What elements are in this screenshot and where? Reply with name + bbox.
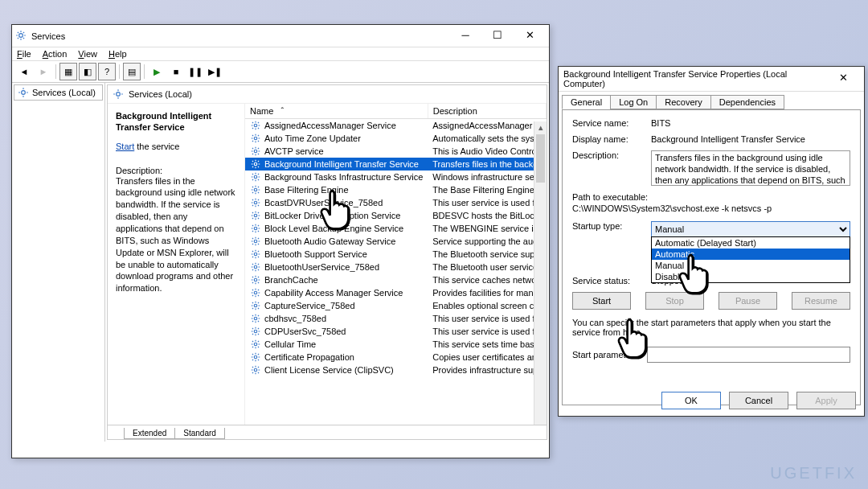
dialog-title: Background Intelligent Transfer Service …	[563, 69, 828, 88]
minimize-button[interactable]: ─	[449, 28, 481, 44]
svg-point-14	[254, 265, 257, 269]
tab-dependencies[interactable]: Dependencies	[710, 95, 784, 109]
svg-point-5	[254, 150, 257, 153]
ok-button[interactable]: OK	[661, 392, 721, 409]
properties-dialog: Background Intelligent Transfer Service …	[558, 66, 865, 417]
menu-view[interactable]: View	[78, 49, 97, 59]
toolbar-btn-3[interactable]: ?	[98, 63, 116, 80]
col-description[interactable]: Description	[428, 104, 546, 119]
start-link[interactable]: Start	[116, 142, 134, 151]
toolbar-btn-1[interactable]: ▦	[59, 63, 77, 80]
pause-button[interactable]: Pause	[719, 292, 777, 310]
toolbar-btn-4[interactable]: ▤	[123, 63, 141, 80]
startup-type-select[interactable]: Manual	[651, 221, 850, 237]
dialog-tabs: General Log On Recovery Dependencies	[559, 92, 864, 109]
stop-icon[interactable]: ■	[167, 63, 185, 80]
start-params-input[interactable]	[647, 347, 850, 363]
pause-icon[interactable]: ❚❚	[186, 63, 204, 80]
table-row[interactable]: Background Intelligent Transfer ServiceT…	[245, 158, 547, 171]
table-row[interactable]: Bluetooth Audio Gateway ServiceService s…	[245, 235, 547, 248]
description-text: Transfers files in the background using …	[116, 175, 236, 294]
svg-point-1	[22, 91, 26, 95]
svg-point-11	[254, 227, 257, 230]
dropdown-option[interactable]: Automatic	[652, 249, 850, 260]
titlebar[interactable]: Services ─ ☐ ✕	[12, 25, 549, 47]
sort-icon: ˆ	[281, 106, 285, 116]
table-row[interactable]: Bluetooth Support ServiceThe Bluetooth s…	[245, 248, 547, 261]
svg-point-3	[254, 124, 257, 127]
stop-button[interactable]: Stop	[645, 292, 704, 310]
table-row[interactable]: Base Filtering EngineThe Base Filtering …	[245, 183, 547, 196]
svg-point-21	[254, 355, 257, 359]
services-window: Services ─ ☐ ✕ File Action View Help ◄ ►…	[11, 24, 550, 458]
svg-point-10	[254, 214, 257, 217]
menu-help[interactable]: Help	[108, 49, 127, 59]
scroll-up-icon[interactable]: ▴	[534, 121, 547, 134]
table-row[interactable]: AssignedAccessManager ServiceAssignedAcc…	[245, 119, 547, 133]
play-icon[interactable]: ▶	[148, 63, 166, 80]
start-button[interactable]: Start	[572, 292, 631, 310]
resume-button[interactable]: Resume	[792, 292, 850, 310]
dropdown-option[interactable]: Disabled	[652, 271, 850, 282]
label-startup-type: Startup type:	[572, 221, 651, 237]
apply-button[interactable]: Apply	[796, 392, 856, 409]
table-row[interactable]: CDPUserSvc_758edThis user service is use…	[245, 325, 547, 338]
table-row[interactable]: Block Level Backup Engine ServiceThe WBE…	[245, 222, 547, 235]
table-row[interactable]: BluetoothUserService_758edThe Bluetooth …	[245, 261, 547, 273]
restart-icon[interactable]: ▶❚	[206, 63, 223, 80]
value-service-name: BITS	[651, 118, 850, 128]
svg-point-7	[254, 175, 257, 179]
table-row[interactable]: Certificate PropagationCopies user certi…	[245, 351, 547, 364]
table-row[interactable]: AVCTP serviceThis is Audio Video Control	[245, 145, 547, 158]
back-button[interactable]: ◄	[15, 63, 33, 80]
dialog-titlebar[interactable]: Background Intelligent Transfer Service …	[559, 67, 864, 92]
label-start-params: Start parameters:	[572, 350, 641, 360]
service-detail: Background Intelligent Transfer Service …	[108, 104, 244, 425]
scroll-thumb[interactable]	[536, 134, 545, 183]
forward-button[interactable]: ►	[35, 63, 52, 80]
services-list: Name ˆ Description AssignedAccessManager…	[244, 104, 547, 425]
label-description: Description:	[572, 150, 651, 186]
svg-point-2	[117, 92, 121, 97]
table-row[interactable]: cbdhsvc_758edThis user service is used f…	[245, 312, 547, 325]
tab-logon[interactable]: Log On	[610, 95, 657, 109]
gear-icon	[15, 30, 27, 43]
tree-item-services-local[interactable]: Services (Local)	[14, 84, 103, 101]
selected-service-title: Background Intelligent Transfer Service	[116, 110, 236, 134]
tab-general[interactable]: General	[562, 95, 611, 109]
table-row[interactable]: Client License Service (ClipSVC)Provides…	[245, 364, 547, 376]
cancel-button[interactable]: Cancel	[729, 392, 788, 409]
menu-action[interactable]: Action	[43, 49, 68, 59]
watermark: UGETFIX	[770, 464, 857, 483]
close-button[interactable]: ✕	[514, 28, 546, 44]
bottom-tabs: Extended Standard	[108, 425, 547, 439]
svg-point-20	[254, 343, 257, 346]
tab-extended[interactable]: Extended	[124, 428, 175, 439]
dropdown-option[interactable]: Manual	[652, 260, 850, 271]
tab-recovery[interactable]: Recovery	[656, 95, 710, 109]
menu-file[interactable]: File	[17, 49, 31, 59]
maximize-button[interactable]: ☐	[481, 28, 514, 44]
scrollbar[interactable]: ▴	[534, 121, 547, 425]
svg-point-15	[254, 278, 257, 281]
table-row[interactable]: Background Tasks Infrastructure ServiceW…	[245, 171, 547, 183]
table-row[interactable]: Auto Time Zone UpdaterAutomatically sets…	[245, 132, 547, 145]
value-display-name: Background Intelligent Transfer Service	[651, 134, 850, 144]
table-row[interactable]: BitLocker Drive Encryption ServiceBDESVC…	[245, 209, 547, 222]
description-box[interactable]: Transfers files in the background using …	[651, 150, 850, 186]
label-display-name: Display name:	[572, 134, 651, 144]
table-row[interactable]: BcastDVRUserService_758edThis user servi…	[245, 196, 547, 209]
table-row[interactable]: BranchCacheThis service caches network	[245, 273, 547, 286]
startup-type-dropdown[interactable]: Manual Automatic (Delayed Start)Automati…	[651, 221, 850, 237]
tab-standard[interactable]: Standard	[174, 428, 225, 439]
dropdown-option[interactable]: Automatic (Delayed Start)	[652, 237, 850, 249]
table-row[interactable]: Capability Access Manager ServiceProvide…	[245, 286, 547, 299]
col-name[interactable]: Name ˆ	[245, 104, 428, 119]
table-row[interactable]: Cellular TimeThis service sets time base…	[245, 338, 547, 351]
table-row[interactable]: CaptureService_758edEnables optional scr…	[245, 299, 547, 312]
svg-point-8	[254, 188, 257, 191]
toolbar-btn-2[interactable]: ◧	[79, 63, 96, 80]
close-icon[interactable]: ✕	[828, 71, 859, 87]
svg-point-12	[254, 240, 257, 243]
svg-point-6	[254, 162, 257, 166]
